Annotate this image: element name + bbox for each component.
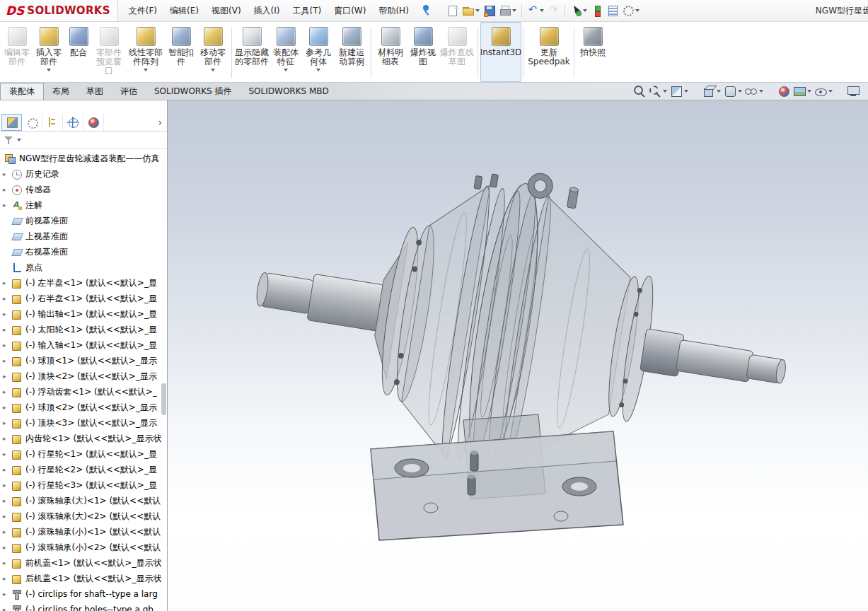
featuremanager-tab[interactable]: [1, 114, 22, 131]
graphics-viewport[interactable]: [168, 100, 868, 611]
view-orientation-button[interactable]: [701, 84, 722, 98]
tree-item[interactable]: ▸(-) 球顶<2> (默认<<默认>_显示: [0, 400, 167, 415]
expand-arrow-icon[interactable]: ▸: [3, 559, 11, 566]
linear-component-pattern-button[interactable]: 线性零部件阵列: [126, 22, 166, 82]
filter-dropdown-caret[interactable]: [17, 139, 21, 141]
tree-item[interactable]: ▸(-) 右半盘<1> (默认<<默认>_显: [0, 291, 167, 306]
tree-item[interactable]: ▸(-) 浮动齿套<1> (默认<<默认>_: [0, 384, 167, 400]
expand-arrow-icon[interactable]: ▸: [3, 342, 11, 349]
tree-item[interactable]: ▸(-) 行星轮<2> (默认<<默认>_显: [0, 462, 167, 477]
tree-item[interactable]: ▸历史记录: [0, 166, 167, 182]
tree-item[interactable]: ▸(-) 滚珠轴承(大)<1> (默认<<默认: [0, 493, 167, 508]
tree-item[interactable]: ▸(-) 输出轴<1> (默认<<默认>_显: [0, 306, 167, 322]
menu-view[interactable]: 视图(V): [205, 1, 248, 21]
save-button[interactable]: [482, 2, 497, 19]
zoom-fit-button[interactable]: [632, 84, 647, 98]
tree-item[interactable]: ▸(-) 滚珠轴承(大)<2> (默认<<默认: [0, 508, 167, 524]
tree-item[interactable]: ▸后机盖<1> (默认<<默认>_显示状: [0, 571, 167, 586]
show-hidden-components-button[interactable]: 显示隐藏的零部件: [234, 22, 270, 82]
tree-item[interactable]: ▸(-) 行星轮<1> (默认<<默认>_显: [0, 446, 167, 462]
undo-button[interactable]: [525, 2, 546, 19]
expand-arrow-icon[interactable]: ▸: [3, 590, 11, 598]
tree-item[interactable]: ▸(-) 滚珠轴承(小)<2> (默认<<默认: [0, 540, 167, 555]
expand-arrow-icon[interactable]: ▸: [3, 497, 11, 504]
open-button[interactable]: [461, 2, 482, 19]
tree-item[interactable]: ▸(-) 输入轴<1> (默认<<默认>_显: [0, 337, 167, 353]
new-motion-study-button[interactable]: 新建运动算例: [335, 22, 369, 82]
tree-item[interactable]: 原点: [0, 260, 167, 275]
tree-item[interactable]: ▸(-) circlips for holes--type a gb: [0, 602, 167, 611]
tree-item[interactable]: 右视基准面: [0, 244, 167, 260]
expand-arrow-icon[interactable]: ▸: [3, 202, 11, 209]
expand-arrow-icon[interactable]: ▸: [3, 170, 11, 178]
expand-arrow-icon[interactable]: ▸: [3, 357, 11, 364]
menu-insert[interactable]: 插入(I): [248, 1, 287, 21]
filter-icon[interactable]: [4, 135, 13, 145]
selection-filter-toggle-button[interactable]: [589, 2, 605, 19]
expand-arrow-icon[interactable]: ▸: [3, 326, 11, 333]
insert-components-button[interactable]: 插入零部件: [33, 22, 65, 82]
tab-sw-addins[interactable]: SOLIDWORKS 插件: [146, 83, 240, 100]
tree-item[interactable]: ▸前机盖<1> (默认<<默认>_显示状: [0, 555, 167, 571]
update-speedpak-button[interactable]: 更新 Speedpak: [526, 22, 572, 82]
expand-arrow-icon[interactable]: ▸: [3, 404, 11, 411]
configurationmanager-tab[interactable]: [42, 114, 63, 131]
dimxpertmanager-tab[interactable]: [63, 114, 83, 131]
expand-arrow-icon[interactable]: ▸: [3, 295, 11, 302]
expand-arrow-icon[interactable]: ▸: [3, 466, 11, 473]
tree-item[interactable]: 前视基准面: [0, 213, 167, 228]
print-button[interactable]: [497, 2, 519, 19]
tree-item[interactable]: ▸(-) 顶块<3> (默认<<默认>_显示: [0, 415, 167, 431]
zoom-area-button[interactable]: [647, 84, 669, 98]
bill-of-materials-button[interactable]: 材料明细表: [374, 22, 407, 82]
apply-scene-button[interactable]: [792, 84, 813, 98]
edit-appearance-button[interactable]: [776, 84, 792, 98]
assembly-features-button[interactable]: 装配体特征: [270, 22, 302, 82]
expand-arrow-icon[interactable]: ▸: [3, 186, 11, 193]
smart-fasteners-button[interactable]: 智能扣件: [166, 22, 197, 82]
reference-geometry-button[interactable]: 参考几何体: [302, 22, 335, 82]
tree-item[interactable]: ▸(-) 顶块<2> (默认<<默认>_显示: [0, 368, 167, 384]
mate-button[interactable]: 配合: [65, 22, 92, 82]
propertymanager-tab[interactable]: [22, 114, 42, 131]
section-view-button[interactable]: [669, 84, 690, 98]
view-settings-button[interactable]: [813, 84, 834, 98]
expand-arrow-icon[interactable]: ▸: [3, 482, 11, 489]
hide-show-items-button[interactable]: [743, 84, 765, 98]
expand-arrow-icon[interactable]: ▸: [3, 388, 11, 395]
new-document-button[interactable]: [445, 2, 461, 19]
displaymanager-tab[interactable]: [83, 114, 104, 131]
expand-arrow-icon[interactable]: ▸: [3, 450, 11, 458]
tree-item[interactable]: ▸注解: [0, 197, 167, 213]
instant3d-button[interactable]: Instant3D: [480, 22, 521, 82]
tree-item[interactable]: ▸(-) 太阳轮<1> (默认<<默认>_显: [0, 322, 167, 337]
expand-arrow-icon[interactable]: ▸: [3, 575, 11, 582]
tab-assembly[interactable]: 装配体: [0, 83, 44, 100]
menu-file[interactable]: 文件(F): [122, 1, 163, 21]
tab-layout[interactable]: 布局: [44, 83, 78, 100]
menu-tools[interactable]: 工具(T): [286, 1, 328, 21]
expand-arrow-icon[interactable]: ▸: [3, 513, 11, 520]
menu-help[interactable]: 帮助(H): [372, 1, 415, 21]
display-style-button[interactable]: [722, 84, 743, 98]
tree-item[interactable]: ▸(-) 左半盘<1> (默认<<默认>_显: [0, 275, 167, 291]
tree-item[interactable]: ▸(-) 球顶<1> (默认<<默认>_显示: [0, 353, 167, 368]
menu-window[interactable]: 窗口(W): [328, 1, 372, 21]
fullscreen-button[interactable]: [845, 84, 861, 98]
expand-arrow-icon[interactable]: ▸: [3, 544, 11, 551]
expand-arrow-icon[interactable]: ▸: [3, 373, 11, 380]
expand-arrow-icon[interactable]: ▸: [3, 419, 11, 426]
tab-sketch[interactable]: 草图: [78, 83, 112, 100]
expand-arrow-icon[interactable]: ▸: [3, 528, 11, 535]
take-snapshot-button[interactable]: 拍快照: [577, 22, 609, 82]
panel-expand-chevron[interactable]: ›: [158, 117, 167, 128]
exploded-view-button[interactable]: 爆炸视图: [407, 22, 439, 82]
tree-item[interactable]: ▸(-) circlips for shaft--type a larg: [0, 586, 167, 602]
tab-evaluate[interactable]: 评估: [112, 83, 146, 100]
tree-item[interactable]: 上视基准面: [0, 228, 167, 244]
file-report-button[interactable]: [605, 2, 620, 19]
tree-item[interactable]: ▸内齿轮<1> (默认<<默认>_显示状: [0, 431, 167, 446]
move-component-button[interactable]: 移动零部件: [197, 22, 229, 82]
expand-arrow-icon[interactable]: ▸: [3, 279, 11, 286]
tree-item[interactable]: ▸(-) 行星轮<3> (默认<<默认>_显: [0, 477, 167, 493]
